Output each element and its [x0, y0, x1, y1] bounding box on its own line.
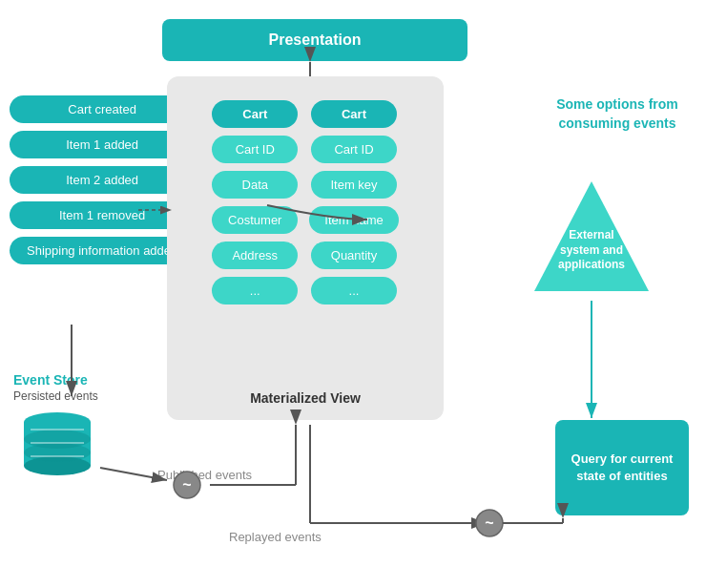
mv-right-field-0: Cart ID — [311, 136, 397, 163]
query-box: Query for current state of entities — [555, 420, 689, 515]
presentation-label: Presentation — [269, 32, 362, 49]
external-system-label: External system and applications — [553, 228, 630, 273]
event-store-subtitle: Persisted events — [13, 389, 98, 403]
mv-left-field-0: Cart ID — [212, 136, 298, 163]
query-label: Query for current state of entities — [565, 451, 679, 485]
diagram-container: Presentation Cart created Item 1 added I… — [0, 0, 706, 588]
mv-right-dots: ... — [311, 277, 397, 304]
database-icon — [19, 410, 95, 477]
mv-columns: Cart Cart ID Data Costumer Address ... C… — [212, 91, 398, 383]
svg-point-21 — [476, 510, 503, 536]
external-system-container: External system and applications — [530, 177, 654, 301]
published-events-label: Published events — [157, 468, 252, 482]
mv-left-header: Cart — [212, 100, 298, 128]
mv-right-field-3: Quantity — [311, 242, 397, 269]
materialized-view-box: Cart Cart ID Data Costumer Address ... C… — [167, 76, 444, 420]
svg-point-4 — [24, 443, 91, 462]
mv-right-col: Cart Cart ID Item key Item name Quantity… — [309, 100, 398, 304]
mv-left-field-3: Address — [212, 242, 298, 269]
event-store-title: Event Store — [13, 372, 88, 388]
mv-left-field-2: Costumer — [212, 206, 298, 234]
presentation-bar: Presentation — [162, 19, 467, 61]
replayed-events-label: Replayed events — [229, 530, 322, 544]
mv-title: Materialized View — [250, 383, 361, 406]
mv-right-field-2: Item name — [309, 206, 398, 234]
mv-left-dots: ... — [212, 277, 298, 304]
mv-left-field-1: Data — [212, 171, 298, 199]
svg-text:~: ~ — [485, 514, 493, 531]
mv-left-col: Cart Cart ID Data Costumer Address ... — [212, 100, 298, 304]
mv-right-field-1: Item key — [311, 171, 397, 199]
mv-right-header: Cart — [311, 100, 397, 128]
options-text: Some options from consuming events — [546, 95, 689, 133]
